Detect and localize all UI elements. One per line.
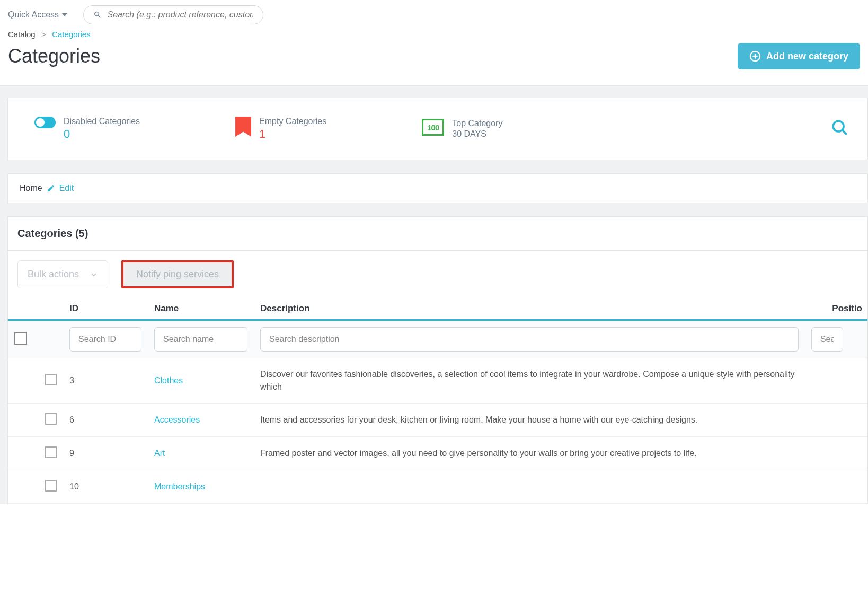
add-category-button[interactable]: Add new category <box>738 43 860 69</box>
row-name-link[interactable]: Clothes <box>154 376 183 385</box>
breadcrumb-parent[interactable]: Catalog <box>8 30 36 39</box>
add-category-label: Add new category <box>766 51 848 62</box>
row-description: Items and accessories for your desk, kit… <box>254 404 805 437</box>
select-all-checkbox[interactable] <box>14 332 27 345</box>
home-label[interactable]: Home <box>20 183 42 193</box>
table-row[interactable]: 10Memberships <box>8 470 867 504</box>
col-id[interactable]: ID <box>63 298 148 320</box>
stat-empty[interactable]: Empty Categories 1 <box>235 117 326 141</box>
row-description: Discover our favorites fashionable disco… <box>254 358 805 404</box>
row-description <box>254 470 805 504</box>
stat-empty-label: Empty Categories <box>259 117 326 126</box>
stat-disabled-value: 0 <box>64 127 140 141</box>
table-row[interactable]: 9ArtFramed poster and vector images, all… <box>8 437 867 470</box>
chevron-down-icon <box>90 270 98 279</box>
stats-card: Disabled Categories 0 Empty Categories 1… <box>7 98 868 160</box>
col-description[interactable]: Description <box>254 298 805 320</box>
quick-access-label: Quick Access <box>8 10 59 20</box>
row-checkbox[interactable] <box>45 446 57 458</box>
breadcrumb: Catalog > Categories <box>0 30 868 39</box>
search-icon <box>93 10 102 20</box>
stat-top-sub: 30 DAYS <box>452 129 502 139</box>
stats-search-button[interactable] <box>831 119 849 139</box>
row-id: 9 <box>63 437 148 470</box>
filter-description-input[interactable] <box>260 327 799 352</box>
bulk-actions-label: Bulk actions <box>28 269 79 280</box>
row-description: Framed poster and vector images, all you… <box>254 437 805 470</box>
quick-access-dropdown[interactable]: Quick Access <box>8 10 67 20</box>
table-row[interactable]: 3ClothesDiscover our favorites fashionab… <box>8 358 867 404</box>
search-input[interactable] <box>107 10 253 20</box>
category-root-bar: Home Edit <box>7 173 868 203</box>
stat-disabled[interactable]: Disabled Categories 0 <box>34 117 140 141</box>
stat-top[interactable]: 100 Top Category 30 DAYS <box>422 119 502 139</box>
table-row[interactable]: 6AccessoriesItems and accessories for yo… <box>8 404 867 437</box>
pencil-icon <box>47 184 55 192</box>
row-id: 10 <box>63 470 148 504</box>
row-id: 3 <box>63 358 148 404</box>
stat-top-label: Top Category <box>452 119 502 128</box>
stat-disabled-label: Disabled Categories <box>64 117 140 126</box>
search-icon <box>831 119 849 137</box>
row-name-link[interactable]: Art <box>154 449 165 458</box>
edit-link[interactable]: Edit <box>59 183 74 193</box>
row-id: 6 <box>63 404 148 437</box>
plus-circle-icon <box>749 50 761 62</box>
row-checkbox[interactable] <box>45 413 57 425</box>
caret-down-icon <box>62 13 67 16</box>
notify-ping-button[interactable]: Notify ping services <box>121 260 234 288</box>
toggle-icon <box>34 117 56 128</box>
page-title: Categories <box>8 45 100 67</box>
col-name[interactable]: Name <box>148 298 254 320</box>
row-name-link[interactable]: Accessories <box>154 415 200 424</box>
bulk-actions-button[interactable]: Bulk actions <box>17 260 108 288</box>
filter-name-input[interactable] <box>154 327 247 352</box>
table-title: Categories (5) <box>8 217 867 251</box>
filter-id-input[interactable] <box>69 327 141 352</box>
filter-position-input[interactable] <box>811 327 843 352</box>
stat-empty-value: 1 <box>259 127 326 141</box>
row-checkbox[interactable] <box>45 374 57 385</box>
categories-table-card: Categories (5) Bulk actions Notify ping … <box>7 216 868 504</box>
svg-point-3 <box>833 121 844 131</box>
bookmark-icon <box>235 117 251 137</box>
money-icon: 100 <box>422 119 444 136</box>
row-name-link[interactable]: Memberships <box>154 482 205 491</box>
svg-line-4 <box>842 130 847 135</box>
breadcrumb-current[interactable]: Categories <box>52 30 91 39</box>
global-search[interactable] <box>83 5 263 24</box>
col-position[interactable]: Positio <box>805 298 867 320</box>
row-checkbox[interactable] <box>45 480 57 492</box>
breadcrumb-separator: > <box>39 30 48 39</box>
